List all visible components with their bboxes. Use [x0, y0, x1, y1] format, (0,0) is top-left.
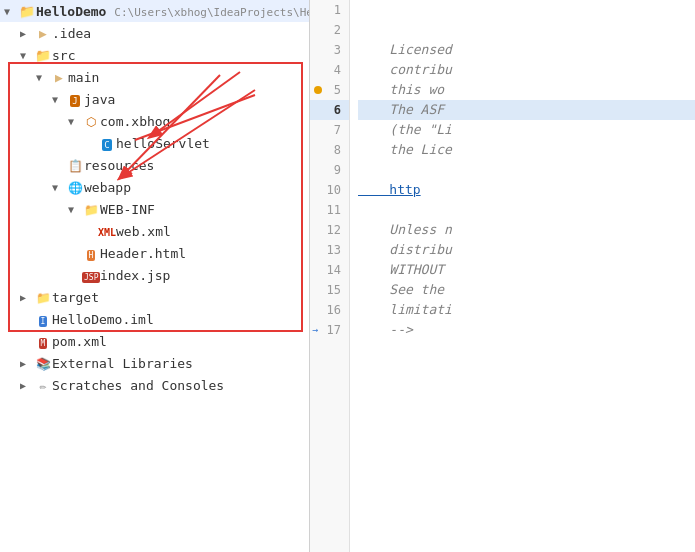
code-line-11 — [358, 200, 695, 220]
tree-arrow[interactable]: ▶ — [20, 380, 34, 391]
tree-item-src[interactable]: ▼📁src — [0, 44, 309, 66]
tree-label: webapp — [84, 180, 309, 195]
tree-arrow[interactable]: ▼ — [52, 94, 66, 105]
tree-item-comxbhog[interactable]: ▼⬡com.xbhog — [0, 110, 309, 132]
tree-item-pomxml[interactable]: Mpom.xml — [0, 330, 309, 352]
code-content: Licensed contribu this wo The ASF (the "… — [350, 0, 695, 552]
file-icon-project: 📁 — [18, 4, 36, 19]
tree-label: src — [52, 48, 309, 63]
code-line-16: limitati — [358, 300, 695, 320]
code-comment-text: Unless n — [358, 222, 452, 237]
code-line-2 — [358, 20, 695, 40]
file-icon-resources: 📋 — [66, 158, 84, 173]
tree-label: Scratches and Consoles — [52, 378, 309, 393]
code-line-1 — [358, 0, 695, 20]
code-line-17: --> — [358, 320, 695, 340]
tree-arrow[interactable]: ▼ — [4, 6, 18, 17]
tree-item-idea[interactable]: ▶▶ .idea — [0, 22, 309, 44]
line-num-text: 1 — [334, 0, 341, 20]
code-comment-text: --> — [358, 322, 413, 337]
file-icon-xml: XML — [98, 224, 116, 239]
tree-item-main[interactable]: ▼▶ main — [0, 66, 309, 88]
tree-label: External Libraries — [52, 356, 309, 371]
line-number-14: 14 — [310, 260, 349, 280]
file-icon-class: C — [98, 136, 116, 151]
tree-arrow[interactable]: ▼ — [36, 72, 50, 83]
code-url-text[interactable]: http — [358, 182, 421, 197]
code-panel: 12345678910111213141516→17 Licensed cont… — [310, 0, 695, 552]
tree-arrow[interactable]: ▼ — [68, 116, 82, 127]
tree-label: index.jsp — [100, 268, 309, 283]
tree-label: HelloDemo C:\Users\xbhog\IdeaProjects\He… — [36, 4, 310, 19]
line-number-9: 9 — [310, 160, 349, 180]
line-number-11: 11 — [310, 200, 349, 220]
tree-label: Header.html — [100, 246, 309, 261]
line-number-2: 2 — [310, 20, 349, 40]
file-icon-folder: ▶ — [50, 70, 68, 85]
code-line-7: (the "Li — [358, 120, 695, 140]
file-icon-scratches: ✏️ — [34, 378, 52, 393]
tree-arrow[interactable]: ▶ — [20, 292, 34, 303]
tree-arrow[interactable]: ▼ — [20, 50, 34, 61]
line-num-text: 3 — [334, 40, 341, 60]
tree-arrow[interactable]: ▶ — [20, 358, 34, 369]
tree-item-java[interactable]: ▼Jjava — [0, 88, 309, 110]
code-line-3: Licensed — [358, 40, 695, 60]
tree-arrow[interactable]: ▶ — [20, 28, 34, 39]
tree-item-target[interactable]: ▶📁target — [0, 286, 309, 308]
tree-label: resources — [84, 158, 309, 173]
code-line-6: The ASF — [358, 100, 695, 120]
tree-label: helloServlet — [116, 136, 309, 151]
line-number-3: 3 — [310, 40, 349, 60]
file-tree-panel: ▼📁HelloDemo C:\Users\xbhog\IdeaProjects\… — [0, 0, 310, 552]
line-num-text: 12 — [327, 220, 341, 240]
line-number-7: 7 — [310, 120, 349, 140]
tree-item-webinf[interactable]: ▼📁WEB-INF — [0, 198, 309, 220]
file-icon-java: J — [66, 92, 84, 107]
tree-label: pom.xml — [52, 334, 309, 349]
tree-item-webxml[interactable]: XMLweb.xml — [0, 220, 309, 242]
line-number-12: 12 — [310, 220, 349, 240]
code-line-13: distribu — [358, 240, 695, 260]
line-num-text: 17 — [327, 320, 341, 340]
code-comment-text: distribu — [358, 242, 452, 257]
line-num-text: 11 — [327, 200, 341, 220]
tree-label: web.xml — [116, 224, 309, 239]
code-line-5: this wo — [358, 80, 695, 100]
tree-item-resources[interactable]: 📋resources — [0, 154, 309, 176]
code-comment-text: The ASF — [358, 102, 444, 117]
code-line-12: Unless n — [358, 220, 695, 240]
line-num-text: 8 — [334, 140, 341, 160]
tree-container: ▼📁HelloDemo C:\Users\xbhog\IdeaProjects\… — [0, 0, 309, 396]
tree-item-webapp[interactable]: ▼🌐webapp — [0, 176, 309, 198]
line-num-text: 16 — [327, 300, 341, 320]
tree-item-scratches[interactable]: ▶✏️Scratches and Consoles — [0, 374, 309, 396]
tree-item-hellodemo[interactable]: ▼📁HelloDemo C:\Users\xbhog\IdeaProjects\… — [0, 0, 309, 22]
code-comment-text: limitati — [358, 302, 452, 317]
tree-item-hellodemoiml[interactable]: IHelloDemo.iml — [0, 308, 309, 330]
file-icon-webapp: 🌐 — [66, 180, 84, 195]
line-num-text: 7 — [334, 120, 341, 140]
tree-item-helloservlet[interactable]: ChelloServlet — [0, 132, 309, 154]
tree-item-indexjsp[interactable]: JSPindex.jsp — [0, 264, 309, 286]
line-num-text: 10 — [327, 180, 341, 200]
tree-arrow[interactable]: ▼ — [52, 182, 66, 193]
code-comment-text: (the "Li — [358, 122, 452, 137]
tree-item-headerhtml[interactable]: HHeader.html — [0, 242, 309, 264]
file-icon-webinf: 📁 — [82, 202, 100, 217]
line-num-text: 15 — [327, 280, 341, 300]
code-comment-text: See the — [358, 282, 444, 297]
line-number-6: 6 — [310, 100, 349, 120]
breakpoint-dot[interactable] — [314, 86, 322, 94]
line-num-text: 2 — [334, 20, 341, 40]
code-line-15: See the — [358, 280, 695, 300]
code-comment-text: contribu — [358, 62, 452, 77]
fold-arrow[interactable]: → — [312, 320, 318, 340]
line-number-17: →17 — [310, 320, 349, 340]
tree-arrow[interactable]: ▼ — [68, 204, 82, 215]
line-number-1: 1 — [310, 0, 349, 20]
line-number-13: 13 — [310, 240, 349, 260]
line-number-16: 16 — [310, 300, 349, 320]
tree-item-extlibs[interactable]: ▶📚External Libraries — [0, 352, 309, 374]
tree-label: com.xbhog — [100, 114, 309, 129]
